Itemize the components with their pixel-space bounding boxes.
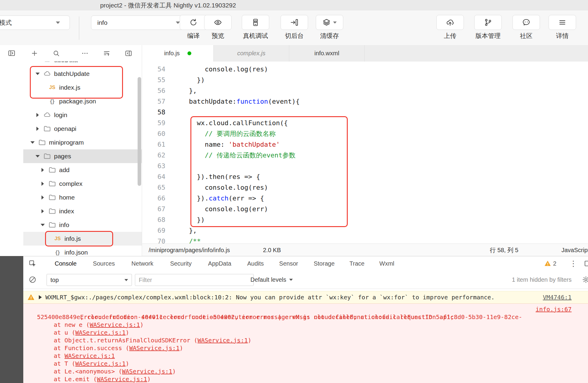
tree-expand-arrow-icon[interactable]	[34, 113, 41, 117]
clear-cache-button[interactable]: 清缓存	[316, 15, 343, 40]
code-line-58[interactable]	[189, 107, 300, 118]
console-warning-row[interactable]: WXMLRT_$gwx:./pages/complex/complex.wxml…	[23, 291, 588, 304]
more-options-icon[interactable]	[81, 50, 89, 57]
settings-gear-icon[interactable]	[582, 276, 588, 284]
stack-source-link[interactable]: WAService.js:1	[97, 376, 147, 383]
line-number[interactable]: 57	[142, 96, 165, 107]
line-number[interactable]: 68	[142, 215, 165, 225]
stack-source-link[interactable]: WAService.js:1	[75, 360, 126, 367]
compile-target-select[interactable]: info	[91, 16, 186, 30]
tab-info-js[interactable]: info.js	[142, 45, 214, 62]
code-line-64[interactable]: }).then(res => {	[189, 171, 300, 182]
tree-expand-arrow-icon[interactable]	[39, 195, 46, 200]
collapse-panel-icon[interactable]	[125, 50, 132, 57]
open-panel-icon[interactable]	[8, 49, 16, 57]
language-mode[interactable]: JavaScript	[561, 247, 588, 254]
tree-item-info.json[interactable]: {}info.json	[23, 246, 142, 256]
community-button[interactable]: 社区	[512, 15, 540, 40]
compile-mode-select[interactable]: 模式	[0, 16, 70, 30]
tree-item-miniprogram[interactable]: miniprogram	[23, 136, 142, 149]
upload-button[interactable]: 上传	[436, 15, 464, 40]
line-number[interactable]: 61	[142, 139, 165, 150]
tree-expand-arrow-icon[interactable]	[39, 182, 46, 186]
stack-source-link[interactable]: WAService.js:1	[198, 337, 248, 344]
line-number[interactable]: 69	[142, 225, 165, 236]
code-line-56[interactable]: },	[189, 85, 300, 96]
tab-complex-js[interactable]: complex.js	[214, 45, 289, 62]
preview-button[interactable]: 预览	[204, 15, 232, 40]
tree-item-index.js[interactable]: JSindex.js	[23, 81, 142, 94]
tab-info-wxml[interactable]: info.wxml	[289, 45, 365, 62]
line-number[interactable]: 56	[142, 85, 165, 96]
code-line-70[interactable]: /**	[189, 236, 300, 243]
code-line-67[interactable]: console.log(err)	[189, 204, 300, 215]
log-levels-select[interactable]: Default levels	[250, 271, 293, 289]
code-line-57[interactable]: batchUpdate:function(event){	[189, 96, 300, 107]
error-source-link[interactable]: info.js:67	[536, 305, 572, 313]
tab-network[interactable]: Network	[131, 256, 153, 271]
tab-storage[interactable]: Storage	[314, 256, 335, 271]
console-filter-input[interactable]	[135, 274, 254, 286]
tab-trace[interactable]: Trace	[350, 256, 364, 271]
dock-side-icon[interactable]	[584, 260, 588, 267]
tree-item-batchUpdate[interactable]: batchUpdate	[23, 67, 142, 81]
line-number[interactable]: 58	[142, 107, 165, 118]
warning-source-link[interactable]: VM4746:1	[543, 294, 572, 301]
tab-sensor[interactable]: Sensor	[279, 256, 298, 271]
code-line-60[interactable]: // 要调用的云函数名称	[189, 128, 300, 139]
details-button[interactable]: 详情	[549, 15, 576, 40]
code-line-55[interactable]: })	[189, 75, 300, 85]
line-number[interactable]: 65	[142, 182, 165, 193]
code-editor[interactable]: 5455565758596061626364656667686970 conso…	[142, 62, 588, 243]
clear-console-icon[interactable]	[28, 275, 37, 284]
explorer-scrollbar[interactable]	[138, 77, 141, 186]
tree-expand-arrow-icon[interactable]	[39, 168, 46, 172]
tree-item-add[interactable]: add	[23, 163, 142, 177]
code-line-68[interactable]: })	[189, 215, 300, 225]
tab-audits[interactable]: Audits	[247, 256, 264, 271]
compile-button[interactable]: 编译	[180, 15, 207, 40]
line-number[interactable]: 60	[142, 128, 165, 139]
line-number[interactable]: 64	[142, 171, 165, 182]
tree-item-login[interactable]: login	[23, 108, 142, 122]
tab-wxml[interactable]: Wxml	[379, 256, 394, 271]
stack-source-link[interactable]: WAService.js:1	[122, 368, 173, 375]
line-number[interactable]: 67	[142, 204, 165, 215]
tree-item-openapi[interactable]: openapi	[23, 122, 142, 136]
tree-item-info.js[interactable]: JSinfo.js	[23, 232, 142, 246]
tree-item-package.json[interactable]: {}package.json	[23, 94, 142, 108]
version-control-button[interactable]: 版本管理	[474, 15, 502, 40]
tree-expand-arrow-icon[interactable]	[39, 224, 46, 226]
more-menu-icon[interactable]: ⋮	[569, 256, 577, 271]
tree-expand-arrow-icon[interactable]	[39, 209, 46, 213]
tree-item-pages[interactable]: pages	[23, 149, 142, 163]
tree-item-addData[interactable]: addData	[23, 62, 142, 67]
code-line-59[interactable]: wx.cloud.callFunction({	[189, 118, 300, 128]
tree-expand-arrow-icon[interactable]	[34, 127, 41, 131]
disclosure-arrow-icon[interactable]	[39, 295, 42, 299]
tree-item-home[interactable]: home	[23, 191, 142, 204]
code-line-65[interactable]: console.log(res)	[189, 182, 300, 193]
code-line-62[interactable]: // 传递给云函数的event参数	[189, 150, 300, 161]
device-debug-button[interactable]: 真机调试	[242, 15, 269, 40]
switch-background-button[interactable]: 切后台	[281, 15, 308, 40]
line-number[interactable]: 59	[142, 118, 165, 128]
tree-item-info[interactable]: info	[23, 218, 142, 232]
code-line-63[interactable]	[189, 161, 300, 171]
code-line-61[interactable]: name: 'batchUpdate'	[189, 139, 300, 150]
line-number[interactable]: 55	[142, 75, 165, 85]
tree-expand-arrow-icon[interactable]	[34, 155, 41, 157]
line-number[interactable]: 70	[142, 236, 165, 243]
inspect-element-icon[interactable]	[29, 260, 36, 267]
tree-item-index[interactable]: index	[23, 204, 142, 218]
tab-sources[interactable]: Sources	[93, 256, 115, 271]
search-icon[interactable]	[53, 50, 60, 57]
warning-count-badge[interactable]: 2	[544, 256, 556, 271]
tree-item-complex[interactable]: complex	[23, 177, 142, 191]
tab-appdata[interactable]: AppData	[208, 256, 231, 271]
line-number[interactable]: 54	[142, 64, 165, 75]
tree-expand-arrow-icon[interactable]	[34, 73, 41, 75]
sort-files-icon[interactable]	[103, 50, 110, 57]
stack-source-link[interactable]: WAService.js:1	[129, 344, 180, 352]
code-line-66[interactable]: }).catch(err => {	[189, 193, 300, 204]
